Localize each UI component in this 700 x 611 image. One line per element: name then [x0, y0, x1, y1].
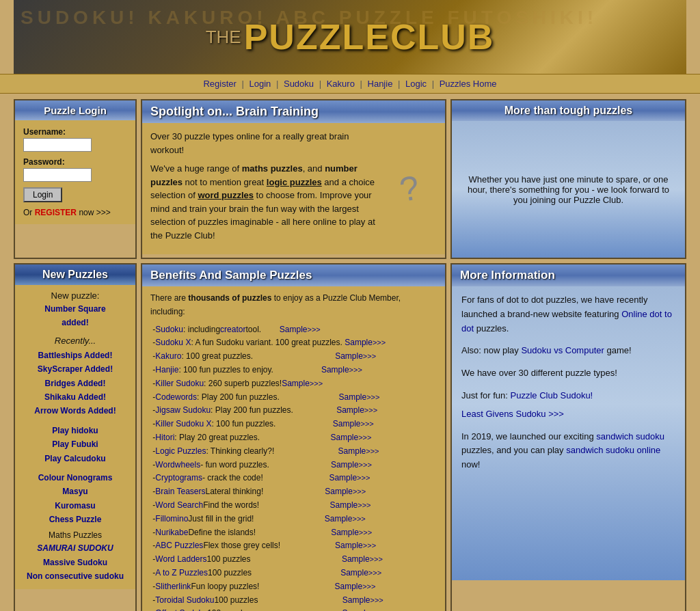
more-info-header: More Information: [452, 264, 685, 286]
atoz-link[interactable]: A to Z Puzzles: [155, 567, 208, 580]
benefits-item-wordwheels: - Wordwheels - fun word puzzles. Sample …: [150, 459, 437, 472]
maths-bold: maths puzzles: [242, 163, 303, 174]
spotlight-header: Spotlight on... Brain Training: [142, 100, 445, 123]
hanjie-sample[interactable]: Sample: [321, 364, 349, 377]
more-info-body: For fans of dot to dot puzzles, we have …: [452, 286, 685, 580]
spotlight-text: Over 30 puzzle types online for a really…: [150, 130, 375, 247]
header-bg-text: SUDOKU! KAKURO! ABC PUZZLE FUTOSHIKI!: [21, 7, 597, 29]
benefits-item-sudokux: - Sudoku X: A fun Sudoku variant. 100 gr…: [150, 336, 437, 350]
killerx-sample[interactable]: Sample: [333, 418, 361, 431]
jigsaw-sample[interactable]: Sample: [336, 404, 364, 418]
codewords-sample[interactable]: Sample: [338, 391, 366, 405]
toroidal-sample[interactable]: Sample: [342, 594, 371, 608]
creator-link[interactable]: creator: [220, 323, 245, 337]
password-input[interactable]: [23, 168, 92, 182]
codewords-link[interactable]: Codewords: [155, 391, 197, 405]
kuromasu-link[interactable]: Kuromasu: [19, 499, 131, 513]
killer-link[interactable]: Killer Sudoku: [155, 377, 204, 391]
nurikabe-link[interactable]: Nurikabe: [155, 526, 188, 540]
brainteasers-link[interactable]: Brain Teasers: [155, 485, 205, 499]
play-fubuki[interactable]: Play Fubuki: [19, 437, 131, 451]
fillomino-link[interactable]: Fillomino: [155, 513, 188, 526]
play-hidoku[interactable]: Play hidoku: [19, 424, 131, 437]
kakuro-link[interactable]: Kakuro: [155, 350, 181, 364]
new-puzzles-panel: New Puzzles New puzzle: Number Squareadd…: [14, 263, 137, 611]
new-puzzles-header: New Puzzles: [15, 264, 135, 285]
shikaku-link[interactable]: Shikaku Added!: [19, 390, 131, 404]
more-than-text: Whether you have just one minute to spar…: [463, 174, 674, 205]
benefits-item-abc: - ABC Puzzles Flex those grey cells! Sam…: [150, 539, 437, 553]
offset-link[interactable]: Offset Sudoku: [155, 607, 207, 611]
register-link[interactable]: REGISTER: [35, 208, 77, 217]
fillomino-sample[interactable]: Sample: [325, 513, 353, 526]
nav-hanjie[interactable]: Hanjie: [368, 79, 393, 89]
toroidal-link[interactable]: Toroidal Sudoku: [155, 594, 214, 608]
battleships-link[interactable]: Battleships Added!: [19, 349, 131, 362]
atoz-sample[interactable]: Sample: [340, 567, 368, 580]
login-panel: Puzzle Login Username: Password: Login O…: [14, 99, 137, 259]
online-dot-link[interactable]: Online dot to dot: [461, 309, 672, 334]
skyscrapers-link[interactable]: SkyScraper Added!: [19, 362, 131, 376]
samurai-sudoku-link[interactable]: SAMURAI SUDOKU: [19, 541, 131, 555]
wordsearch-link[interactable]: Word Search: [155, 499, 203, 513]
cryptograms-sample[interactable]: Sample: [329, 472, 357, 485]
nurikabe-sample[interactable]: Sample: [331, 526, 359, 540]
username-label: Username:: [23, 127, 127, 137]
spotlight-image: ?: [382, 130, 437, 247]
wordladders-link[interactable]: Word Ladders: [155, 553, 206, 567]
benefits-item-slitherlink: - Slitherlink Fun loopy puzzles! Sample …: [150, 580, 437, 594]
benefits-item-jigsaw: - Jigsaw Sudoku: Play 200 fun puzzles. S…: [150, 404, 437, 418]
colour-nonograms[interactable]: Colour Nonograms: [19, 471, 131, 485]
sudoku-sample[interactable]: Sample: [280, 323, 308, 337]
logic-link[interactable]: Logic Puzzles: [155, 445, 206, 459]
recently-label: Recently...: [19, 336, 131, 346]
brainteasers-sample[interactable]: Sample: [325, 485, 353, 499]
hitori-sample[interactable]: Sample: [330, 431, 358, 445]
puzzle-club-sudoku-link[interactable]: Puzzle Club Sudoku!: [511, 390, 593, 400]
wordsearch-sample[interactable]: Sample: [330, 499, 358, 513]
kakuro-sample[interactable]: Sample: [335, 350, 363, 364]
chess-puzzle-link[interactable]: Chess Puzzle: [19, 513, 131, 526]
sudoku-link[interactable]: Sudoku: [155, 323, 183, 337]
nonconsec-link[interactable]: Non consecutive sudoku: [19, 569, 131, 583]
killerx-link[interactable]: Killer Sudoku X: [155, 418, 211, 431]
the-text: THE: [206, 27, 241, 48]
nav-login[interactable]: Login: [250, 79, 271, 89]
logic-sample[interactable]: Sample: [338, 445, 366, 459]
cryptograms-link[interactable]: Cryptograms: [155, 472, 202, 485]
nav-sudoku[interactable]: Sudoku: [284, 79, 314, 89]
username-input[interactable]: [23, 138, 92, 152]
benefits-header: Benefits And Sample Puzzles: [142, 264, 445, 286]
sudokux-link[interactable]: Sudoku X: [155, 336, 191, 350]
nav-register[interactable]: Register: [203, 79, 236, 89]
benefits-item-wordsearch: - Word Search Find the words! Sample >>>: [150, 499, 437, 513]
login-button[interactable]: Login: [23, 187, 62, 202]
nav-kakuro[interactable]: Kakuro: [327, 79, 355, 89]
massive-sudoku-link[interactable]: Massive Sudoku: [19, 556, 131, 569]
number-square-link[interactable]: Number Squareadded!: [19, 302, 131, 330]
sudoku-vs-computer-link[interactable]: Sudoku vs Computer: [521, 345, 604, 355]
slitherlink-sample[interactable]: Sample: [334, 580, 362, 594]
nav-puzzles-home[interactable]: Puzzles Home: [440, 79, 497, 89]
abc-sample[interactable]: Sample: [335, 539, 363, 553]
sudokux-sample[interactable]: Sample: [345, 336, 373, 350]
wordwheels-sample[interactable]: Sample: [331, 459, 359, 472]
jigsaw-link[interactable]: Jigsaw Sudoku: [155, 404, 211, 418]
slitherlink-link[interactable]: Slitherlink: [155, 580, 191, 594]
sandwich-sudoku-link[interactable]: sandwich sudoku: [596, 431, 664, 442]
sandwich-sudoku-online-link[interactable]: sandwich sudoku online: [566, 445, 660, 455]
wordladders-sample[interactable]: Sample: [342, 553, 370, 567]
least-givens-link[interactable]: Least Givens Sudoku >>>: [461, 409, 564, 419]
abc-link[interactable]: ABC Puzzles: [155, 539, 203, 553]
arrowwords-link[interactable]: Arrow Words Added!: [19, 404, 131, 418]
hitori-link[interactable]: Hitori: [155, 431, 174, 445]
benefits-item-cryptograms: - Cryptograms - crack the code! Sample >…: [150, 472, 437, 485]
offset-sample[interactable]: Sample: [342, 607, 371, 611]
masyu-link[interactable]: Masyu: [19, 485, 131, 498]
wordwheels-link[interactable]: Wordwheels: [155, 459, 200, 472]
play-calcudoku[interactable]: Play Calcudoku: [19, 452, 131, 465]
nav-logic[interactable]: Logic: [405, 79, 427, 89]
killer-sample[interactable]: Sample: [282, 377, 310, 391]
bridges-link[interactable]: Bridges Added!: [19, 377, 131, 390]
hanjie-link[interactable]: Hanjie: [155, 364, 178, 377]
